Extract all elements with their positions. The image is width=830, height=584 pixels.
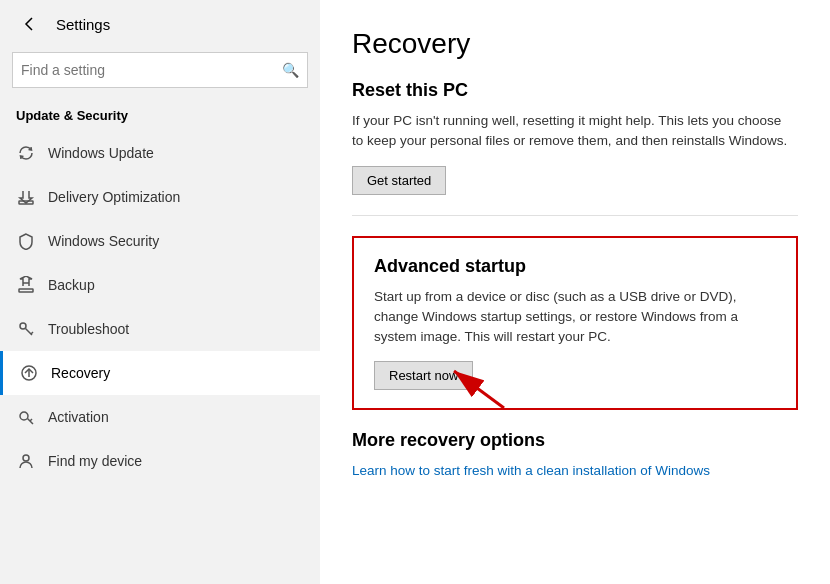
sidebar-item-windows-update[interactable]: Windows Update (0, 131, 320, 175)
search-input[interactable] (21, 62, 282, 78)
sidebar-item-label-activation: Activation (48, 409, 109, 425)
advanced-section-title: Advanced startup (374, 256, 776, 277)
sidebar-item-label-find-my-device: Find my device (48, 453, 142, 469)
sidebar-item-recovery[interactable]: Recovery (0, 351, 320, 395)
sidebar-title: Settings (56, 16, 110, 33)
svg-line-5 (31, 332, 33, 334)
sidebar-item-troubleshoot[interactable]: Troubleshoot (0, 307, 320, 351)
sidebar-item-label-recovery: Recovery (51, 365, 110, 381)
back-button[interactable] (16, 10, 44, 38)
svg-line-10 (30, 419, 32, 421)
advanced-section-description: Start up from a device or disc (such as … (374, 287, 776, 348)
person-icon (16, 451, 36, 471)
shield-icon (16, 231, 36, 251)
sidebar: Settings 🔍 Update & Security Windows Upd… (0, 0, 320, 584)
wrench-icon (16, 319, 36, 339)
sidebar-item-find-my-device[interactable]: Find my device (0, 439, 320, 483)
svg-point-3 (20, 323, 26, 329)
sidebar-header: Settings (0, 0, 320, 48)
restart-btn-wrapper: Restart now (374, 361, 473, 390)
get-started-button[interactable]: Get started (352, 166, 446, 195)
search-icon: 🔍 (282, 62, 299, 78)
reset-section-description: If your PC isn't running well, resetting… (352, 111, 792, 152)
sidebar-item-delivery-optimization[interactable]: Delivery Optimization (0, 175, 320, 219)
svg-point-11 (23, 455, 29, 461)
sidebar-item-backup[interactable]: Backup (0, 263, 320, 307)
search-box[interactable]: 🔍 (12, 52, 308, 88)
clean-install-link[interactable]: Learn how to start fresh with a clean in… (352, 463, 710, 478)
sidebar-item-label-backup: Backup (48, 277, 95, 293)
divider (352, 215, 798, 216)
refresh-icon (16, 143, 36, 163)
more-section-title: More recovery options (352, 430, 798, 451)
reset-section-title: Reset this PC (352, 80, 798, 101)
sidebar-item-label-windows-security: Windows Security (48, 233, 159, 249)
page-title: Recovery (352, 28, 798, 60)
sidebar-item-activation[interactable]: Activation (0, 395, 320, 439)
svg-point-8 (20, 412, 28, 420)
svg-rect-1 (19, 289, 33, 292)
sidebar-item-windows-security[interactable]: Windows Security (0, 219, 320, 263)
nav-items: Windows Update Delivery Optimization Win… (0, 131, 320, 584)
advanced-startup-box: Advanced startup Start up from a device … (352, 236, 798, 411)
main-content: Recovery Reset this PC If your PC isn't … (320, 0, 830, 584)
recovery-icon (19, 363, 39, 383)
section-label: Update & Security (0, 100, 320, 131)
sidebar-item-label-delivery-optimization: Delivery Optimization (48, 189, 180, 205)
download-icon (16, 187, 36, 207)
key-icon (16, 407, 36, 427)
sidebar-item-label-windows-update: Windows Update (48, 145, 154, 161)
restart-now-button[interactable]: Restart now (374, 361, 473, 390)
upload-icon (16, 275, 36, 295)
sidebar-item-label-troubleshoot: Troubleshoot (48, 321, 129, 337)
